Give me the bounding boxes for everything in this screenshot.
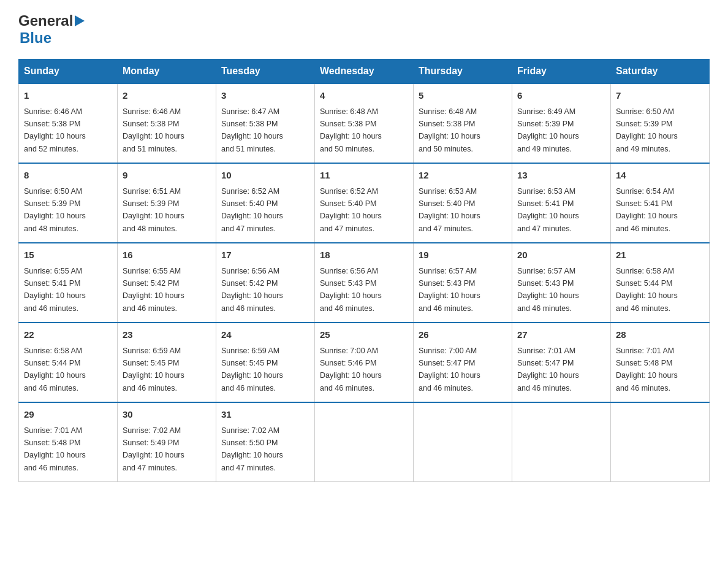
day-info: Sunrise: 7:01 AMSunset: 5:47 PMDaylight:… xyxy=(517,347,579,393)
calendar-cell: 24Sunrise: 6:59 AMSunset: 5:45 PMDayligh… xyxy=(216,323,315,402)
day-info: Sunrise: 6:46 AMSunset: 5:38 PMDaylight:… xyxy=(123,107,184,153)
day-number: 27 xyxy=(517,328,605,342)
day-number: 28 xyxy=(616,328,704,342)
day-number: 15 xyxy=(24,248,112,262)
day-info: Sunrise: 7:02 AMSunset: 5:50 PMDaylight:… xyxy=(221,426,283,472)
weekday-header-thursday: Thursday xyxy=(414,59,512,84)
day-info: Sunrise: 6:58 AMSunset: 5:44 PMDaylight:… xyxy=(24,347,86,393)
day-info: Sunrise: 6:55 AMSunset: 5:41 PMDaylight:… xyxy=(24,267,86,313)
day-info: Sunrise: 6:48 AMSunset: 5:38 PMDaylight:… xyxy=(419,107,480,153)
calendar-cell xyxy=(414,402,512,482)
day-number: 21 xyxy=(616,248,704,262)
calendar-table: SundayMondayTuesdayWednesdayThursdayFrid… xyxy=(18,59,710,482)
day-info: Sunrise: 6:48 AMSunset: 5:38 PMDaylight:… xyxy=(320,107,382,153)
weekday-header-tuesday: Tuesday xyxy=(216,59,315,84)
calendar-cell: 12Sunrise: 6:53 AMSunset: 5:40 PMDayligh… xyxy=(414,163,512,243)
day-info: Sunrise: 6:53 AMSunset: 5:40 PMDaylight:… xyxy=(419,187,480,233)
day-number: 5 xyxy=(419,89,507,103)
day-number: 12 xyxy=(419,169,507,183)
day-info: Sunrise: 6:56 AMSunset: 5:42 PMDaylight:… xyxy=(221,267,283,313)
calendar-cell: 3Sunrise: 6:47 AMSunset: 5:38 PMDaylight… xyxy=(216,83,315,163)
day-number: 24 xyxy=(221,328,309,342)
calendar-cell: 23Sunrise: 6:59 AMSunset: 5:45 PMDayligh… xyxy=(118,323,216,402)
calendar-cell: 5Sunrise: 6:48 AMSunset: 5:38 PMDaylight… xyxy=(414,83,512,163)
day-number: 19 xyxy=(419,248,507,262)
calendar-cell: 25Sunrise: 7:00 AMSunset: 5:46 PMDayligh… xyxy=(315,323,414,402)
day-info: Sunrise: 6:56 AMSunset: 5:43 PMDaylight:… xyxy=(320,267,382,313)
day-number: 3 xyxy=(221,89,309,103)
calendar-cell xyxy=(315,402,414,482)
day-number: 26 xyxy=(419,328,507,342)
calendar-cell: 15Sunrise: 6:55 AMSunset: 5:41 PMDayligh… xyxy=(19,243,118,323)
day-info: Sunrise: 6:53 AMSunset: 5:41 PMDaylight:… xyxy=(517,187,579,233)
weekday-header-friday: Friday xyxy=(512,59,611,84)
day-number: 30 xyxy=(123,408,211,422)
day-info: Sunrise: 6:50 AMSunset: 5:39 PMDaylight:… xyxy=(24,187,86,233)
day-number: 17 xyxy=(221,248,309,262)
day-number: 13 xyxy=(517,169,605,183)
calendar-cell: 31Sunrise: 7:02 AMSunset: 5:50 PMDayligh… xyxy=(216,402,315,482)
calendar-cell: 20Sunrise: 6:57 AMSunset: 5:43 PMDayligh… xyxy=(512,243,611,323)
calendar-cell: 16Sunrise: 6:55 AMSunset: 5:42 PMDayligh… xyxy=(118,243,216,323)
calendar-cell: 29Sunrise: 7:01 AMSunset: 5:48 PMDayligh… xyxy=(19,402,118,482)
logo-arrow-icon xyxy=(75,15,85,26)
calendar-cell: 1Sunrise: 6:46 AMSunset: 5:38 PMDaylight… xyxy=(19,83,118,163)
calendar-week-row: 15Sunrise: 6:55 AMSunset: 5:41 PMDayligh… xyxy=(19,243,710,323)
day-info: Sunrise: 6:49 AMSunset: 5:39 PMDaylight:… xyxy=(517,107,579,153)
day-number: 23 xyxy=(123,328,211,342)
day-number: 11 xyxy=(320,169,408,183)
day-number: 8 xyxy=(24,169,112,183)
day-number: 18 xyxy=(320,248,408,262)
day-number: 4 xyxy=(320,89,408,103)
calendar-cell: 21Sunrise: 6:58 AMSunset: 5:44 PMDayligh… xyxy=(611,243,710,323)
calendar-week-row: 1Sunrise: 6:46 AMSunset: 5:38 PMDaylight… xyxy=(19,83,710,163)
calendar-cell: 7Sunrise: 6:50 AMSunset: 5:39 PMDaylight… xyxy=(611,83,710,163)
day-number: 2 xyxy=(123,89,211,103)
logo: General Blue xyxy=(18,12,85,47)
calendar-cell: 14Sunrise: 6:54 AMSunset: 5:41 PMDayligh… xyxy=(611,163,710,243)
weekday-header-monday: Monday xyxy=(118,59,216,84)
day-number: 29 xyxy=(24,408,112,422)
day-number: 7 xyxy=(616,89,704,103)
weekday-header-saturday: Saturday xyxy=(611,59,710,84)
calendar-cell: 30Sunrise: 7:02 AMSunset: 5:49 PMDayligh… xyxy=(118,402,216,482)
day-info: Sunrise: 6:59 AMSunset: 5:45 PMDaylight:… xyxy=(123,347,184,393)
calendar-cell: 13Sunrise: 6:53 AMSunset: 5:41 PMDayligh… xyxy=(512,163,611,243)
calendar-cell: 26Sunrise: 7:00 AMSunset: 5:47 PMDayligh… xyxy=(414,323,512,402)
calendar-cell: 6Sunrise: 6:49 AMSunset: 5:39 PMDaylight… xyxy=(512,83,611,163)
calendar-cell: 17Sunrise: 6:56 AMSunset: 5:42 PMDayligh… xyxy=(216,243,315,323)
calendar-cell: 2Sunrise: 6:46 AMSunset: 5:38 PMDaylight… xyxy=(118,83,216,163)
day-info: Sunrise: 7:01 AMSunset: 5:48 PMDaylight:… xyxy=(616,347,678,393)
calendar-cell: 27Sunrise: 7:01 AMSunset: 5:47 PMDayligh… xyxy=(512,323,611,402)
calendar-cell: 19Sunrise: 6:57 AMSunset: 5:43 PMDayligh… xyxy=(414,243,512,323)
day-info: Sunrise: 7:00 AMSunset: 5:46 PMDaylight:… xyxy=(320,347,382,393)
day-info: Sunrise: 6:55 AMSunset: 5:42 PMDaylight:… xyxy=(123,267,184,313)
day-number: 14 xyxy=(616,169,704,183)
calendar-week-row: 29Sunrise: 7:01 AMSunset: 5:48 PMDayligh… xyxy=(19,402,710,482)
day-info: Sunrise: 7:02 AMSunset: 5:49 PMDaylight:… xyxy=(123,426,184,472)
day-number: 22 xyxy=(24,328,112,342)
day-number: 25 xyxy=(320,328,408,342)
day-info: Sunrise: 6:58 AMSunset: 5:44 PMDaylight:… xyxy=(616,267,678,313)
calendar-cell: 8Sunrise: 6:50 AMSunset: 5:39 PMDaylight… xyxy=(19,163,118,243)
day-info: Sunrise: 6:54 AMSunset: 5:41 PMDaylight:… xyxy=(616,187,678,233)
calendar-week-row: 22Sunrise: 6:58 AMSunset: 5:44 PMDayligh… xyxy=(19,323,710,402)
weekday-header-row: SundayMondayTuesdayWednesdayThursdayFrid… xyxy=(19,59,710,84)
weekday-header-wednesday: Wednesday xyxy=(315,59,414,84)
day-info: Sunrise: 6:46 AMSunset: 5:38 PMDaylight:… xyxy=(24,107,86,153)
day-number: 9 xyxy=(123,169,211,183)
day-info: Sunrise: 6:52 AMSunset: 5:40 PMDaylight:… xyxy=(320,187,382,233)
day-number: 6 xyxy=(517,89,605,103)
day-info: Sunrise: 6:50 AMSunset: 5:39 PMDaylight:… xyxy=(616,107,678,153)
calendar-cell: 9Sunrise: 6:51 AMSunset: 5:39 PMDaylight… xyxy=(118,163,216,243)
day-number: 20 xyxy=(517,248,605,262)
logo-general-text: General xyxy=(18,12,73,29)
calendar-cell xyxy=(611,402,710,482)
calendar-cell: 18Sunrise: 6:56 AMSunset: 5:43 PMDayligh… xyxy=(315,243,414,323)
weekday-header-sunday: Sunday xyxy=(19,59,118,84)
page-header: General Blue xyxy=(18,12,710,47)
day-info: Sunrise: 6:57 AMSunset: 5:43 PMDaylight:… xyxy=(419,267,480,313)
calendar-cell: 10Sunrise: 6:52 AMSunset: 5:40 PMDayligh… xyxy=(216,163,315,243)
day-info: Sunrise: 6:59 AMSunset: 5:45 PMDaylight:… xyxy=(221,347,283,393)
day-info: Sunrise: 7:01 AMSunset: 5:48 PMDaylight:… xyxy=(24,426,86,472)
